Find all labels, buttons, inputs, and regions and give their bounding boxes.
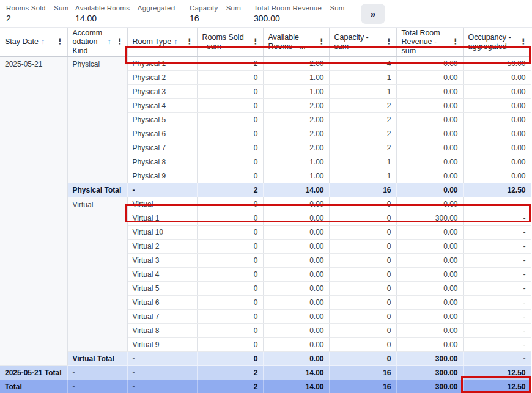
cell[interactable]: 0.00 [463, 113, 531, 127]
column-menu-icon[interactable]: ⋮ [385, 37, 395, 46]
cell[interactable]: 0.00 [396, 226, 463, 240]
cell[interactable]: Virtual 2 [127, 240, 197, 254]
cell[interactable]: 2 [197, 380, 263, 393]
cell[interactable]: 0 [329, 226, 396, 240]
cell[interactable]: 0.00 [463, 99, 531, 113]
cell[interactable]: 0 [329, 282, 396, 296]
cell[interactable]: Physical 8 [127, 155, 197, 169]
column-header-5[interactable]: Capacity - sum⋮ [329, 28, 396, 57]
cell[interactable]: 0.00 [463, 71, 531, 85]
cell[interactable]: 14.00 [263, 366, 329, 380]
cell[interactable]: - [463, 254, 531, 268]
cell[interactable]: Virtual 4 [127, 268, 197, 282]
cell[interactable]: Virtual [127, 197, 197, 211]
cell[interactable]: 0 [329, 338, 396, 352]
cell[interactable]: 0.00 [396, 282, 463, 296]
cell[interactable]: 0.00 [263, 338, 329, 352]
cell[interactable]: 0 [329, 296, 396, 310]
cell[interactable]: Virtual [67, 197, 127, 352]
cell[interactable]: 2 [329, 127, 396, 141]
cell[interactable]: 0 [197, 141, 263, 155]
cell[interactable]: - [463, 310, 531, 324]
cell[interactable]: 1.00 [263, 155, 329, 169]
cell[interactable]: Virtual 8 [127, 324, 197, 338]
cell[interactable]: 2025-05-21 [0, 57, 67, 366]
column-header-6[interactable]: Total Room Revenue - sum⋮ [396, 28, 463, 57]
cell[interactable]: - [127, 366, 197, 380]
cell[interactable]: 0.00 [263, 282, 329, 296]
cell[interactable]: 0 [197, 226, 263, 240]
cell[interactable]: 0.00 [396, 99, 463, 113]
cell[interactable]: 300.00 [396, 366, 463, 380]
cell[interactable]: 1 [329, 71, 396, 85]
cell[interactable]: Physical 9 [127, 169, 197, 183]
cell[interactable]: Virtual 3 [127, 254, 197, 268]
cell[interactable]: 0 [197, 268, 263, 282]
cell[interactable]: 2 [197, 57, 263, 71]
cell[interactable]: 1.00 [263, 169, 329, 183]
cell[interactable]: Total [0, 380, 67, 393]
cell[interactable]: Physical 2 [127, 71, 197, 85]
cell[interactable]: 2.00 [263, 99, 329, 113]
expand-summary-button[interactable]: » [361, 4, 385, 24]
column-menu-icon[interactable]: ⋮ [252, 37, 262, 46]
column-menu-icon[interactable]: ⋮ [56, 37, 66, 46]
cell[interactable]: 0 [329, 324, 396, 338]
cell[interactable]: 0.00 [396, 127, 463, 141]
cell[interactable]: 0.00 [396, 71, 463, 85]
cell[interactable]: 0.00 [263, 226, 329, 240]
cell[interactable]: 1 [329, 155, 396, 169]
cell[interactable]: Physical 7 [127, 141, 197, 155]
cell[interactable]: 0.00 [396, 169, 463, 183]
cell[interactable]: Physical 4 [127, 99, 197, 113]
column-header-2[interactable]: Room Type↑⋮ [127, 28, 197, 57]
cell[interactable]: 0 [329, 268, 396, 282]
cell[interactable]: - [463, 226, 531, 240]
cell[interactable]: 0.00 [396, 296, 463, 310]
cell[interactable]: 0.00 [396, 57, 463, 71]
cell[interactable]: Physical 3 [127, 85, 197, 99]
column-menu-icon[interactable]: ⋮ [452, 37, 462, 46]
cell[interactable]: 0 [197, 113, 263, 127]
cell[interactable]: 0.00 [396, 338, 463, 352]
cell[interactable]: 2 [329, 141, 396, 155]
cell[interactable]: Virtual 10 [127, 226, 197, 240]
cell[interactable]: 2.00 [263, 57, 329, 71]
column-header-4[interactable]: Available Rooms - ...⋮ [263, 28, 329, 57]
cell[interactable]: 0.00 [463, 155, 531, 169]
cell[interactable]: 0.00 [396, 113, 463, 127]
cell[interactable]: 0.00 [463, 141, 531, 155]
cell[interactable]: 2 [329, 99, 396, 113]
cell[interactable]: 0.00 [396, 310, 463, 324]
cell[interactable]: 0.00 [396, 155, 463, 169]
cell[interactable]: 0 [197, 324, 263, 338]
cell[interactable]: 0 [197, 310, 263, 324]
cell[interactable]: Physical 6 [127, 127, 197, 141]
cell[interactable]: 300.00 [396, 352, 463, 366]
cell[interactable]: 0.00 [463, 85, 531, 99]
cell[interactable]: Virtual 9 [127, 338, 197, 352]
column-header-0[interactable]: Stay Date↑⋮ [0, 28, 67, 57]
cell[interactable]: - [127, 183, 197, 197]
cell[interactable]: Virtual 5 [127, 282, 197, 296]
cell[interactable]: 0.00 [263, 197, 329, 211]
cell[interactable]: 16 [329, 366, 396, 380]
cell[interactable]: 0.00 [396, 324, 463, 338]
cell[interactable]: 0.00 [396, 141, 463, 155]
cell[interactable]: - [463, 282, 531, 296]
cell[interactable]: 0 [197, 338, 263, 352]
cell[interactable]: - [463, 197, 531, 211]
cell[interactable]: 0.00 [396, 197, 463, 211]
cell[interactable]: Virtual 1 [127, 211, 197, 226]
cell[interactable]: - [463, 211, 531, 226]
cell[interactable]: 2 [197, 183, 263, 197]
cell[interactable]: 12.50 [463, 380, 531, 393]
cell[interactable]: 16 [329, 380, 396, 393]
cell[interactable]: - [127, 352, 197, 366]
cell[interactable]: 0.00 [396, 183, 463, 197]
cell[interactable]: 0 [329, 352, 396, 366]
cell[interactable]: 2.00 [263, 127, 329, 141]
cell[interactable]: 1.00 [263, 85, 329, 99]
cell[interactable]: Physical 1 [127, 57, 197, 71]
cell[interactable]: 2.00 [263, 141, 329, 155]
